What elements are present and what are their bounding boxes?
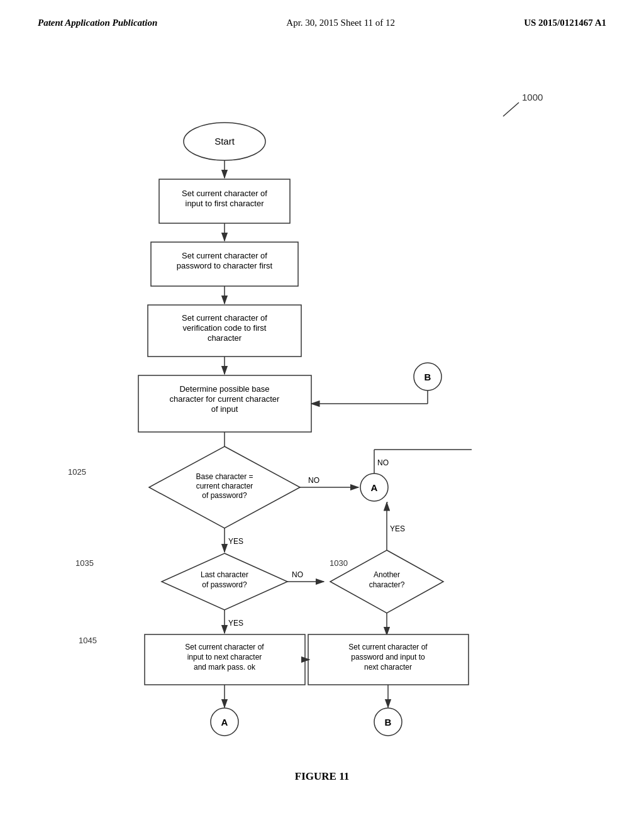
yes-label-1035: YES <box>228 619 243 628</box>
step1040-text3: next character <box>364 663 412 672</box>
step1045-text3: and mark pass. ok <box>194 663 256 672</box>
no-label-1030-note: NO <box>377 458 389 467</box>
publication-label: Patent Application Publication <box>38 18 157 28</box>
diagram-number-label: 1000 <box>522 92 543 102</box>
step1030-text2: character? <box>369 580 405 589</box>
step1005-text1: Set current character of <box>182 189 267 198</box>
step1035-text1: Last character <box>201 570 248 579</box>
start-label: Start <box>214 136 235 147</box>
step1015-text2: verification code to first <box>183 323 267 333</box>
step1020-text2: character for current character <box>170 394 280 404</box>
step1025-text2: current character <box>196 482 253 490</box>
flowchart-svg: 1000 Start 1005 Set current character of… <box>0 41 644 764</box>
step1015-text3: character <box>208 333 242 343</box>
step1035-label: 1035 <box>75 558 94 568</box>
svg-line-1 <box>503 102 519 116</box>
connector-b-top-label: B <box>425 372 431 382</box>
step1035-text2: of password? <box>202 580 247 589</box>
no-label-1025: NO <box>308 476 319 485</box>
step1005-text2: input to first character <box>186 199 265 208</box>
step1010-text2: password to character first <box>177 261 273 270</box>
no-label-1035: NO <box>292 570 303 579</box>
figure-caption: FIGURE 11 <box>0 764 644 795</box>
sheet-info: Apr. 30, 2015 Sheet 11 of 12 <box>286 18 395 28</box>
connector-a-right-label: A <box>371 482 378 493</box>
step1045-text1: Set current character of <box>185 643 264 651</box>
step1030-text1: Another <box>374 570 400 579</box>
step1020-text1: Determine possible base <box>179 384 269 394</box>
step1025-text1: Base character = <box>196 472 253 481</box>
step1015-text1: Set current character of <box>182 313 267 323</box>
connector-a-bottom-label: A <box>221 717 228 728</box>
step1010-text1: Set current character of <box>182 251 267 260</box>
step1025-label: 1025 <box>68 467 86 477</box>
patent-number: US 2015/0121467 A1 <box>524 18 606 28</box>
connector-b-bottom-label: B <box>385 717 392 728</box>
step1040-text2: password and input to <box>351 653 425 661</box>
step1040-text1: Set current character of <box>348 643 428 651</box>
step1045-text2: input to next character <box>187 653 262 661</box>
yes-label-1025: YES <box>228 537 243 546</box>
step1030-label: 1030 <box>330 558 348 568</box>
yes-label-1030: YES <box>390 524 405 533</box>
flowchart-area: 1000 Start 1005 Set current character of… <box>0 41 644 764</box>
step1025-text3: of password? <box>202 491 247 500</box>
step1045-label: 1045 <box>79 636 97 645</box>
step1020-text3: of input <box>211 404 238 414</box>
page-header: Patent Application Publication Apr. 30, … <box>0 0 644 35</box>
